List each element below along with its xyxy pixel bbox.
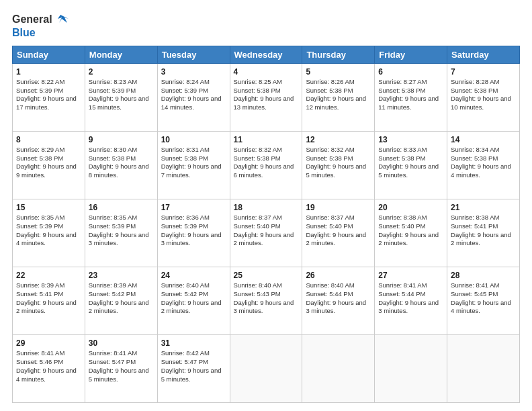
sunset-label: Sunset: 5:41 PM [16,290,63,298]
daylight-label: Daylight: 9 hours and 8 minutes. [89,163,149,179]
daylight-label: Daylight: 9 hours and 7 minutes. [161,163,222,179]
day-number: 19 [306,202,371,213]
daylight-label: Daylight: 9 hours and 3 minutes. [161,231,222,247]
calendar-cell: 24 Sunrise: 8:40 AM Sunset: 5:42 PM Dayl… [157,267,230,334]
sunrise-label: Sunrise: 8:29 AM [16,146,64,153]
sunset-label: Sunset: 5:42 PM [89,290,136,298]
sunset-label: Sunset: 5:38 PM [378,154,425,162]
sunrise-label: Sunrise: 8:28 AM [451,78,499,85]
svg-marker-0 [58,15,69,23]
calendar-cell: 17 Sunrise: 8:36 AM Sunset: 5:39 PM Dayl… [157,199,230,267]
sunrise-label: Sunrise: 8:34 AM [451,146,499,153]
header-monday: Monday [85,46,157,63]
sunset-label: Sunset: 5:41 PM [451,222,498,230]
daylight-label: Daylight: 9 hours and 9 minutes. [16,163,77,179]
calendar-cell: 19 Sunrise: 8:37 AM Sunset: 5:40 PM Dayl… [302,199,375,267]
sunset-label: Sunset: 5:46 PM [16,358,63,365]
calendar-cell: 4 Sunrise: 8:25 AM Sunset: 5:38 PM Dayli… [230,63,302,131]
day-number: 27 [378,270,443,281]
header: General Blue [12,12,520,39]
daylight-label: Daylight: 9 hours and 2 minutes. [89,299,149,315]
calendar-cell: 16 Sunrise: 8:35 AM Sunset: 5:39 PM Dayl… [85,199,157,267]
calendar-cell: 14 Sunrise: 8:34 AM Sunset: 5:38 PM Dayl… [447,131,520,199]
daylight-label: Daylight: 9 hours and 4 minutes. [16,367,77,383]
calendar-cell [230,334,302,402]
calendar-cell: 10 Sunrise: 8:31 AM Sunset: 5:38 PM Dayl… [157,131,230,199]
calendar-table: SundayMondayTuesdayWednesdayThursdayFrid… [12,46,520,403]
day-number: 6 [378,66,443,77]
day-number: 15 [16,202,81,213]
day-number: 16 [89,202,154,213]
header-tuesday: Tuesday [157,46,230,63]
calendar-cell: 8 Sunrise: 8:29 AM Sunset: 5:38 PM Dayli… [13,131,85,199]
day-number: 30 [89,338,154,349]
daylight-label: Daylight: 9 hours and 2 minutes. [306,231,366,247]
day-number: 3 [161,66,226,77]
calendar-cell: 29 Sunrise: 8:41 AM Sunset: 5:46 PM Dayl… [13,334,85,402]
daylight-label: Daylight: 9 hours and 14 minutes. [161,95,222,111]
calendar-cell: 30 Sunrise: 8:41 AM Sunset: 5:47 PM Dayl… [85,334,157,402]
sunrise-label: Sunrise: 8:27 AM [378,78,427,85]
sunset-label: Sunset: 5:39 PM [16,87,63,94]
daylight-label: Daylight: 9 hours and 13 minutes. [234,95,294,111]
day-number: 23 [89,270,154,281]
sunrise-label: Sunrise: 8:22 AM [16,78,64,85]
sunrise-label: Sunrise: 8:33 AM [378,146,427,153]
sunset-label: Sunset: 5:38 PM [16,154,63,162]
day-number: 31 [161,338,226,349]
day-number: 4 [234,66,299,77]
sunset-label: Sunset: 5:40 PM [234,222,281,230]
calendar-cell: 21 Sunrise: 8:38 AM Sunset: 5:41 PM Dayl… [447,199,520,267]
sunset-label: Sunset: 5:38 PM [378,87,425,94]
calendar-cell: 22 Sunrise: 8:39 AM Sunset: 5:41 PM Dayl… [13,267,85,334]
day-number: 7 [451,66,516,77]
daylight-label: Daylight: 9 hours and 4 minutes. [451,163,511,179]
calendar-cell: 5 Sunrise: 8:26 AM Sunset: 5:38 PM Dayli… [302,63,375,131]
calendar-cell: 26 Sunrise: 8:40 AM Sunset: 5:44 PM Dayl… [302,267,375,334]
calendar-cell: 25 Sunrise: 8:40 AM Sunset: 5:43 PM Dayl… [230,267,302,334]
day-number: 11 [234,134,299,145]
sunset-label: Sunset: 5:40 PM [378,222,425,230]
header-saturday: Saturday [447,46,520,63]
day-number: 12 [306,134,371,145]
day-number: 28 [451,270,516,281]
sunrise-label: Sunrise: 8:24 AM [161,78,210,85]
calendar-cell: 12 Sunrise: 8:32 AM Sunset: 5:38 PM Dayl… [302,131,375,199]
calendar-cell: 7 Sunrise: 8:28 AM Sunset: 5:38 PM Dayli… [447,63,520,131]
calendar-cell: 1 Sunrise: 8:22 AM Sunset: 5:39 PM Dayli… [13,63,85,131]
calendar-cell [375,334,447,402]
sunset-label: Sunset: 5:47 PM [89,358,136,365]
sunset-label: Sunset: 5:38 PM [234,154,281,162]
calendar-cell [302,334,375,402]
sunset-label: Sunset: 5:44 PM [378,290,425,298]
sunrise-label: Sunrise: 8:41 AM [451,281,499,289]
daylight-label: Daylight: 9 hours and 6 minutes. [234,163,294,179]
daylight-label: Daylight: 9 hours and 11 minutes. [378,95,439,111]
sunset-label: Sunset: 5:44 PM [306,290,353,298]
calendar-cell: 2 Sunrise: 8:23 AM Sunset: 5:39 PM Dayli… [85,63,157,131]
sunrise-label: Sunrise: 8:37 AM [306,214,354,221]
sunset-label: Sunset: 5:39 PM [89,222,136,230]
calendar-cell: 20 Sunrise: 8:38 AM Sunset: 5:40 PM Dayl… [375,199,447,267]
daylight-label: Daylight: 9 hours and 5 minutes. [161,367,222,383]
sunset-label: Sunset: 5:38 PM [451,87,498,94]
sunrise-label: Sunrise: 8:39 AM [16,281,64,289]
daylight-label: Daylight: 9 hours and 2 minutes. [378,231,439,247]
sunset-label: Sunset: 5:45 PM [451,290,498,298]
sunset-label: Sunset: 5:47 PM [161,358,208,365]
sunset-label: Sunset: 5:43 PM [234,290,281,298]
calendar-cell: 11 Sunrise: 8:32 AM Sunset: 5:38 PM Dayl… [230,131,302,199]
sunset-label: Sunset: 5:38 PM [89,154,136,162]
sunrise-label: Sunrise: 8:41 AM [89,349,137,357]
daylight-label: Daylight: 9 hours and 3 minutes. [306,299,366,315]
sunset-label: Sunset: 5:38 PM [306,154,353,162]
day-number: 5 [306,66,371,77]
sunset-label: Sunset: 5:38 PM [234,87,281,94]
daylight-label: Daylight: 9 hours and 2 minutes. [234,231,294,247]
sunrise-label: Sunrise: 8:25 AM [234,78,282,85]
sunset-label: Sunset: 5:39 PM [161,222,208,230]
sunrise-label: Sunrise: 8:41 AM [16,349,64,357]
header-sunday: Sunday [13,46,85,63]
daylight-label: Daylight: 9 hours and 5 minutes. [378,163,439,179]
logo-bird-icon [54,12,69,27]
